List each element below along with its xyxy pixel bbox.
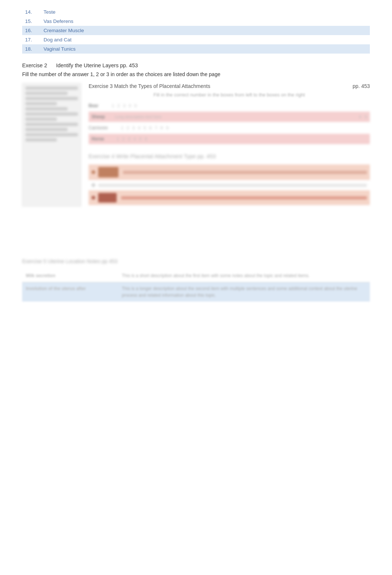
- bottom-table-row1: Milk secretion This is a short descripti…: [22, 269, 370, 282]
- bottom-table-row2: Involution of the uterus after This is a…: [22, 282, 370, 302]
- bottom-exercise-header: Exercise 5 Uterine Location Notes pp 453: [22, 258, 370, 264]
- bottom-section: Exercise 5 Uterine Location Notes pp 453…: [22, 258, 370, 302]
- bottom-table: Milk secretion This is a short descripti…: [22, 269, 370, 302]
- exercise2-desc: Fill the number of the answer 1, 2 or 3 …: [22, 71, 370, 77]
- bottom-row1-value: This is a short description about the fi…: [118, 269, 370, 282]
- list-item-15: 15. Vas Deferens: [22, 17, 370, 26]
- list-item-14: 14. Teste: [22, 7, 370, 17]
- bottom-row2-value: This is a longer description about the s…: [118, 282, 370, 302]
- exercise4-section: Exercise 4 Write Placental Attachment Ty…: [89, 153, 370, 205]
- exercise2-header: Exercise 2 Identify the Uterine Layers p…: [22, 62, 370, 68]
- list-item-16: 16. Cremaster Muscle: [22, 26, 370, 35]
- exercise3-instruction: Fill in the correct number in the boxes …: [89, 92, 370, 98]
- exercise3-header: Exercise 3 Match the Types of Placental …: [89, 83, 370, 89]
- exercise4-header: Exercise 4 Write Placental Attachment Ty…: [89, 153, 370, 159]
- list-item-18: 18. Vaginal Tunics: [22, 44, 370, 54]
- bottom-row2-label: Involution of the uterus after: [22, 282, 118, 302]
- uterine-layers-image: [22, 83, 81, 207]
- exercise2-content-area: Exercise 3 Match the Types of Placental …: [22, 83, 370, 207]
- exercise3-region: Exercise 3 Match the Types of Placental …: [81, 83, 370, 207]
- exercise4-rows: [89, 164, 370, 205]
- numbered-list: 14. Teste 15. Vas Deferens 16. Cremaster…: [22, 7, 370, 54]
- list-item-17: 17. Dog and Cat: [22, 35, 370, 44]
- exercise3-rows: Bear 1 2 3 4 5 Sheep Long description te…: [89, 101, 370, 144]
- bottom-row1-label: Milk secretion: [22, 269, 118, 282]
